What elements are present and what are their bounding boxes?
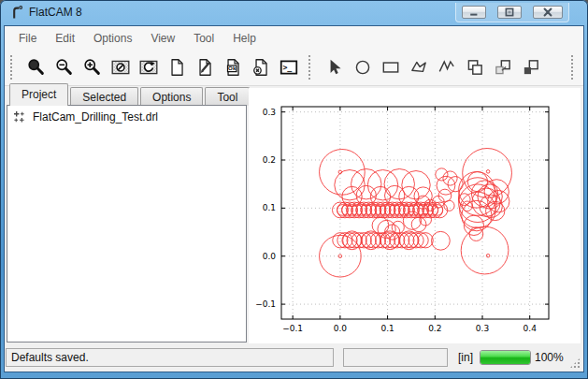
copy-objects-button[interactable] bbox=[461, 53, 489, 81]
svg-text:0.0: 0.0 bbox=[334, 324, 348, 333]
menu-options[interactable]: Options bbox=[84, 28, 141, 49]
client-area: FileEditOptionsViewToolHelp Ok>_ Project… bbox=[4, 25, 584, 372]
window-title: FlatCAM 8 bbox=[29, 6, 82, 19]
svg-text:0.3: 0.3 bbox=[263, 108, 276, 117]
zoom-in-icon bbox=[82, 57, 103, 78]
delete-object-button[interactable] bbox=[247, 53, 275, 81]
add-polygon-icon bbox=[409, 57, 429, 78]
maximize-button[interactable] bbox=[497, 6, 522, 19]
svg-text:−0.1: −0.1 bbox=[255, 299, 276, 309]
tree-item[interactable]: FlatCam_Drilling_Test.drl bbox=[7, 106, 246, 125]
tab-project[interactable]: Project bbox=[9, 83, 68, 106]
status-message-box: Defaults saved. bbox=[6, 348, 334, 367]
shell-button[interactable]: >_ bbox=[275, 53, 303, 81]
svg-text:0.1: 0.1 bbox=[263, 203, 276, 212]
svg-text:−0.1: −0.1 bbox=[282, 324, 303, 333]
copy-geometry-button[interactable] bbox=[489, 53, 517, 81]
menu-file[interactable]: File bbox=[9, 28, 46, 49]
join-geometry-button[interactable] bbox=[517, 53, 545, 81]
progress-bar bbox=[480, 350, 531, 365]
save-project-icon: Ok bbox=[222, 57, 243, 78]
svg-text:0.4: 0.4 bbox=[523, 324, 538, 333]
menu-tool[interactable]: Tool bbox=[184, 28, 223, 49]
shell-icon: >_ bbox=[279, 57, 299, 78]
svg-text:>_: >_ bbox=[282, 63, 292, 72]
add-polygon-button[interactable] bbox=[405, 53, 433, 81]
zoom-fit-icon bbox=[26, 57, 47, 78]
menubar: FileEditOptionsViewToolHelp bbox=[5, 26, 583, 50]
copy-objects-icon bbox=[465, 57, 485, 78]
tab-options[interactable]: Options bbox=[140, 87, 203, 106]
toolbar: Ok>_ bbox=[5, 50, 583, 86]
units-label: [in] bbox=[452, 351, 479, 364]
clear-plot-icon bbox=[110, 57, 131, 78]
copy-geometry-icon bbox=[493, 57, 513, 78]
open-project-button[interactable] bbox=[191, 53, 219, 81]
zoom-out-button[interactable] bbox=[50, 53, 79, 81]
add-circle-icon bbox=[352, 57, 373, 78]
titlebar[interactable]: FlatCAM 8 bbox=[0, 0, 588, 25]
add-circle-button[interactable] bbox=[349, 53, 377, 81]
maximize-icon bbox=[505, 7, 514, 17]
select-tool-button[interactable] bbox=[321, 53, 349, 81]
add-path-button[interactable] bbox=[433, 53, 461, 81]
status-message: Defaults saved. bbox=[11, 351, 89, 364]
flatcam-window: FlatCAM 8 FileEditOptionsViewToolHelp Ok… bbox=[0, 0, 588, 379]
join-geometry-icon bbox=[521, 57, 541, 78]
new-project-icon bbox=[166, 57, 187, 78]
toolbar-handle[interactable] bbox=[10, 55, 17, 80]
zoom-fit-button[interactable] bbox=[22, 53, 50, 81]
add-path-icon bbox=[437, 57, 457, 78]
svg-text:0.1: 0.1 bbox=[380, 324, 394, 333]
open-project-icon bbox=[194, 57, 215, 78]
add-rectangle-button[interactable] bbox=[377, 53, 405, 81]
zoom-out-icon bbox=[54, 57, 75, 78]
project-tree[interactable]: FlatCam_Drilling_Test.drl bbox=[7, 105, 247, 343]
plot-figure[interactable]: −0.10.00.10.20.30.4−0.10.00.10.20.3 bbox=[249, 88, 581, 343]
toolbar-handle[interactable] bbox=[571, 55, 578, 80]
menu-edit[interactable]: Edit bbox=[46, 28, 84, 49]
svg-text:0.3: 0.3 bbox=[476, 324, 489, 333]
svg-text:Ok: Ok bbox=[228, 65, 237, 71]
delete-object-icon bbox=[251, 57, 271, 78]
minimize-icon bbox=[469, 7, 479, 17]
window-controls bbox=[455, 3, 569, 22]
status-aux-box bbox=[343, 348, 448, 367]
statusbar: Defaults saved. [in] 100% bbox=[5, 345, 583, 372]
zoom-in-button[interactable] bbox=[79, 53, 107, 81]
flatcam-logo-icon bbox=[10, 5, 24, 24]
replot-icon bbox=[138, 57, 159, 78]
menu-help[interactable]: Help bbox=[223, 28, 265, 49]
plot-canvas[interactable]: −0.10.00.10.20.30.4−0.10.00.10.20.3 bbox=[249, 88, 581, 343]
new-project-button[interactable] bbox=[163, 53, 191, 81]
menu-view[interactable]: View bbox=[141, 28, 184, 49]
replot-button[interactable] bbox=[135, 53, 163, 81]
progress-percent: 100% bbox=[535, 351, 564, 364]
tree-item-label: FlatCam_Drilling_Test.drl bbox=[33, 110, 158, 124]
resize-grip[interactable] bbox=[569, 357, 581, 369]
select-tool-icon bbox=[324, 57, 345, 78]
clear-plot-button[interactable] bbox=[107, 53, 135, 81]
add-rectangle-icon bbox=[380, 57, 401, 78]
tab-tool[interactable]: Tool bbox=[205, 87, 250, 106]
svg-text:0.2: 0.2 bbox=[428, 324, 441, 333]
progress-fill bbox=[480, 351, 530, 364]
close-icon bbox=[543, 7, 552, 17]
svg-text:0.0: 0.0 bbox=[263, 252, 277, 261]
tab-bar: ProjectSelectedOptionsTool bbox=[9, 85, 251, 106]
svg-text:0.2: 0.2 bbox=[263, 155, 276, 165]
tab-selected[interactable]: Selected bbox=[70, 87, 138, 106]
save-project-button[interactable]: Ok bbox=[219, 53, 247, 81]
toolbar-handle[interactable] bbox=[308, 55, 315, 80]
minimize-button[interactable] bbox=[462, 6, 486, 19]
close-button[interactable] bbox=[533, 6, 563, 19]
drill-points-icon bbox=[12, 109, 26, 124]
